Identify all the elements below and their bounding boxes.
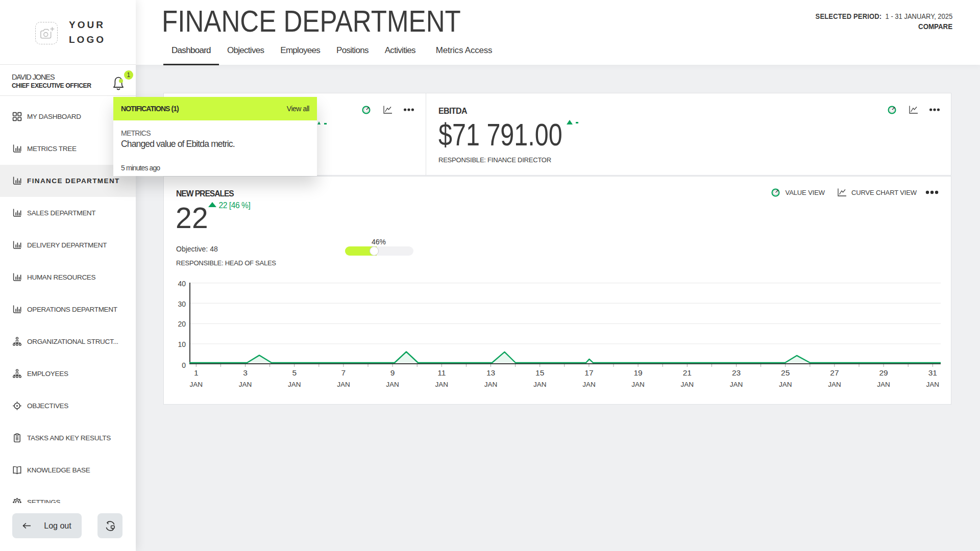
svg-text:13: 13 — [486, 368, 495, 377]
svg-text:0: 0 — [182, 361, 186, 369]
svg-text:JAN: JAN — [337, 381, 350, 388]
svg-text:20: 20 — [178, 320, 186, 328]
svg-text:30: 30 — [178, 300, 186, 308]
svg-text:JAN: JAN — [582, 381, 596, 388]
svg-text:JAN: JAN — [877, 381, 890, 388]
svg-text:1: 1 — [194, 368, 199, 377]
svg-text:JAN: JAN — [435, 381, 449, 388]
svg-text:9: 9 — [390, 368, 395, 377]
svg-text:JAN: JAN — [288, 381, 301, 388]
svg-text:17: 17 — [584, 368, 593, 377]
svg-text:JAN: JAN — [926, 381, 940, 388]
svg-text:3: 3 — [243, 368, 248, 377]
svg-text:JAN: JAN — [239, 381, 252, 388]
svg-text:25: 25 — [781, 368, 790, 377]
svg-text:29: 29 — [879, 368, 888, 377]
svg-text:10: 10 — [178, 340, 186, 348]
svg-text:JAN: JAN — [828, 381, 841, 388]
svg-text:JAN: JAN — [779, 381, 792, 388]
svg-text:40: 40 — [178, 280, 186, 288]
svg-text:JAN: JAN — [533, 381, 547, 388]
svg-text:JAN: JAN — [386, 381, 399, 388]
svg-text:21: 21 — [683, 368, 692, 377]
svg-text:15: 15 — [535, 368, 544, 377]
svg-text:19: 19 — [633, 368, 642, 377]
svg-text:JAN: JAN — [484, 381, 498, 388]
svg-text:23: 23 — [732, 368, 741, 377]
svg-text:31: 31 — [928, 368, 937, 377]
svg-text:27: 27 — [830, 368, 839, 377]
svg-text:JAN: JAN — [681, 381, 694, 388]
svg-text:JAN: JAN — [631, 381, 645, 388]
svg-text:11: 11 — [437, 368, 446, 377]
svg-text:5: 5 — [292, 368, 297, 377]
svg-text:7: 7 — [341, 368, 346, 377]
svg-text:JAN: JAN — [730, 381, 743, 388]
svg-text:JAN: JAN — [190, 381, 203, 388]
